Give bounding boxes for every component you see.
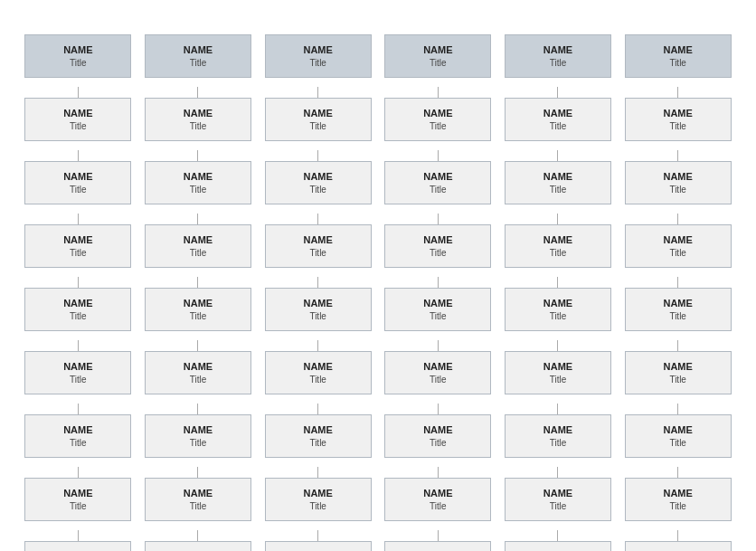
card-name-label: NAME (184, 233, 213, 246)
connector-line (438, 404, 439, 414)
card-r3-c0: NAMETitle (24, 224, 131, 268)
card-r8-c2: NAMETitle (265, 541, 372, 551)
card-wrapper-r8-c3: NAMETitle (378, 530, 498, 551)
card-r0-c0: NAMETitle (24, 34, 131, 78)
connector-line (557, 340, 558, 351)
card-r3-c3: NAMETitle (384, 224, 491, 268)
card-wrapper-r7-c1: NAMETitle (138, 467, 259, 530)
connector-line (78, 530, 79, 541)
connector-line (438, 214, 439, 224)
card-title-label: Title (669, 437, 686, 449)
connector-line (438, 340, 439, 351)
card-title-label: Title (669, 247, 686, 259)
card-title-label: Title (430, 500, 447, 512)
card-r3-c2: NAMETitle (265, 224, 372, 268)
card-r8-c1: NAMETitle (145, 541, 251, 551)
card-title-label: Title (190, 500, 207, 512)
column-5: NAMETitleNAMETitleNAMETitleNAMETitleNAME… (618, 34, 738, 551)
card-wrapper-r5-c1: NAMETitle (138, 340, 259, 404)
connector-line (78, 467, 79, 478)
card-title-label: Title (309, 57, 326, 69)
card-wrapper-r3-c1: NAMETitle (138, 214, 259, 277)
card-wrapper-r7-c4: NAMETitle (498, 467, 619, 530)
card-title-label: Title (669, 374, 686, 385)
card-title-label: Title (70, 120, 87, 132)
card-wrapper-r0-c2: NAMETitle (258, 34, 378, 87)
connector-line (677, 150, 678, 161)
connector-line (317, 404, 318, 414)
card-title-label: Title (550, 120, 567, 132)
connector-line (438, 87, 439, 98)
connector-line (197, 467, 198, 478)
card-title-label: Title (550, 247, 567, 259)
card-name-label: NAME (543, 487, 572, 499)
card-name-label: NAME (423, 170, 452, 183)
card-r2-c4: NAMETitle (505, 161, 611, 204)
card-wrapper-r4-c4: NAMETitle (498, 277, 619, 340)
card-name-label: NAME (303, 487, 332, 499)
card-title-label: Title (70, 374, 87, 385)
card-wrapper-r4-c1: NAMETitle (138, 277, 259, 340)
card-wrapper-r5-c4: NAMETitle (498, 340, 619, 404)
card-wrapper-r7-c3: NAMETitle (378, 467, 498, 530)
card-wrapper-r1-c4: NAMETitle (498, 87, 619, 150)
card-r7-c3: NAMETitle (384, 478, 491, 521)
connector-line (438, 467, 439, 478)
card-title-label: Title (309, 374, 326, 385)
card-wrapper-r2-c1: NAMETitle (138, 150, 259, 214)
card-r3-c4: NAMETitle (505, 224, 611, 268)
card-title-label: Title (550, 184, 567, 195)
connector-line (197, 87, 198, 98)
card-wrapper-r6-c5: NAMETitle (618, 404, 738, 467)
card-wrapper-r2-c4: NAMETitle (498, 150, 619, 214)
column-4: NAMETitleNAMETitleNAMETitleNAMETitleNAME… (498, 34, 619, 551)
card-name-label: NAME (543, 297, 572, 309)
connector-line (317, 467, 318, 478)
card-title-label: Title (309, 310, 326, 322)
card-wrapper-r3-c4: NAMETitle (498, 214, 619, 277)
card-wrapper-r6-c1: NAMETitle (138, 404, 259, 467)
card-wrapper-r8-c4: NAMETitle (498, 530, 619, 551)
card-wrapper-r5-c2: NAMETitle (258, 340, 378, 404)
card-wrapper-r5-c5: NAMETitle (618, 340, 738, 404)
card-r8-c5: NAMETitle (625, 541, 732, 551)
card-wrapper-r0-c4: NAMETitle (498, 34, 619, 87)
connector-line (317, 530, 318, 541)
card-wrapper-r2-c5: NAMETitle (618, 150, 738, 214)
card-title-label: Title (190, 247, 207, 259)
connector-line (78, 340, 79, 351)
card-name-label: NAME (663, 487, 692, 499)
card-name-label: NAME (184, 360, 213, 373)
card-name-label: NAME (423, 487, 452, 499)
card-r0-c5: NAMETitle (625, 34, 732, 78)
card-title-label: Title (309, 247, 326, 259)
card-wrapper-r6-c0: NAMETitle (18, 404, 138, 467)
card-wrapper-r7-c5: NAMETitle (618, 467, 738, 530)
card-wrapper-r6-c3: NAMETitle (378, 404, 498, 467)
card-name-label: NAME (423, 423, 452, 436)
card-wrapper-r6-c2: NAMETitle (258, 404, 378, 467)
card-r6-c1: NAMETitle (145, 414, 251, 458)
card-r8-c3: NAMETitle (384, 541, 491, 551)
card-title-label: Title (70, 57, 87, 69)
card-name-label: NAME (63, 43, 92, 56)
card-r2-c0: NAMETitle (24, 161, 131, 204)
card-title-label: Title (70, 184, 87, 195)
connector-line (557, 530, 558, 541)
card-title-label: Title (430, 120, 447, 132)
card-name-label: NAME (423, 107, 452, 119)
card-title-label: Title (550, 57, 567, 69)
connector-line (317, 214, 318, 224)
card-r0-c2: NAMETitle (265, 34, 372, 78)
card-title-label: Title (70, 247, 87, 259)
card-name-label: NAME (663, 360, 692, 373)
card-name-label: NAME (184, 107, 213, 119)
connector-line (677, 404, 678, 414)
card-wrapper-r8-c5: NAMETitle (618, 530, 738, 551)
card-r6-c0: NAMETitle (24, 414, 131, 458)
card-r4-c3: NAMETitle (384, 288, 491, 331)
card-r8-c0: NAMETitle (24, 541, 131, 551)
card-name-label: NAME (63, 423, 92, 436)
card-wrapper-r1-c2: NAMETitle (258, 87, 378, 150)
card-r1-c1: NAMETitle (145, 98, 251, 141)
